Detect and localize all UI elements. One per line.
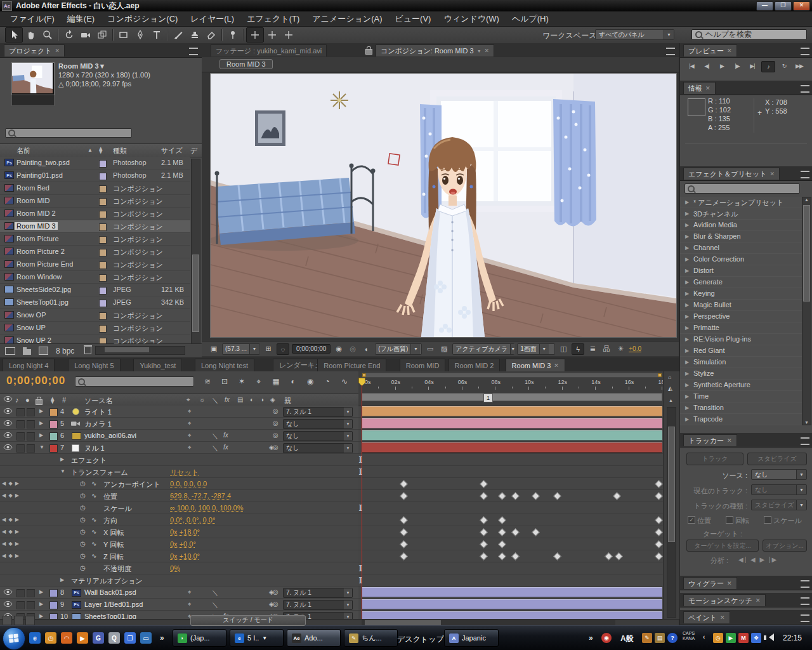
track-row[interactable] [358,430,663,442]
property-row[interactable]: ◀ ◆ ▶◷∿X 回転0x +18.0° [0,526,358,538]
quicklaunch-firefox-icon[interactable]: ◠ [61,632,72,644]
layer-duration-bar[interactable] [362,599,662,609]
audio-switch[interactable] [16,444,25,453]
project-item-row[interactable]: Room Picture 2コンポジション [0,246,190,258]
effects-category-row[interactable]: ▶Red Giant [680,345,803,357]
project-item-name[interactable]: SheetsSide02.jpg [16,286,71,293]
project-item-name[interactable]: Painting01.psd [16,171,63,179]
track-row[interactable] [358,478,663,490]
layer-duration-bar[interactable] [362,406,662,416]
keyframe-diamond[interactable] [498,540,506,548]
resolution-dropdown[interactable]: (フル画質) ▼ [375,343,422,355]
keyframe-diamond[interactable] [655,492,663,500]
layer-label-chip[interactable] [49,420,58,428]
layer-duration-bar[interactable] [362,418,662,428]
stopwatch-icon[interactable]: ◷ [80,540,86,547]
tab-motion-sketch[interactable]: モーションスケッチ✕ [683,594,766,606]
quicklaunch-gom-player-icon[interactable]: G [93,632,104,644]
property-row[interactable]: ◷不透明度0% [0,562,358,574]
keyframe-diamond[interactable] [498,516,506,524]
menu-item-0[interactable]: ファイル(F) [4,11,61,27]
menu-item-1[interactable]: 編集(E) [61,11,101,27]
layer-duration-bar[interactable] [362,430,662,441]
loop-button[interactable]: ↻ [778,61,790,71]
track-row[interactable] [358,442,663,454]
effects-category-row[interactable]: ▶Color Correction [680,254,803,265]
stopwatch-icon[interactable]: ◷ [80,504,86,511]
group-expander-icon[interactable]: ▶ [60,456,64,462]
task-button-japanic[interactable]: A Japanic [444,629,499,647]
keyframe-diamond[interactable] [511,528,520,536]
rotation-checkbox[interactable] [726,516,733,524]
effects-category-row[interactable]: ▶RE:Vision Plug-ins [680,334,803,345]
keyframe-diamond[interactable] [553,492,561,500]
label-color-chip[interactable] [99,300,107,307]
zoom-tool[interactable] [39,28,56,42]
panel-menu-icon[interactable] [801,48,809,55]
stopwatch-icon[interactable]: ◷ [80,564,86,571]
project-item-row[interactable]: Snow OPコンポジション [0,309,190,322]
pixel-aspect-correction-icon[interactable]: ◫ [558,344,569,354]
grid-guides-icon[interactable]: ⊞ [263,344,274,354]
project-list-header[interactable]: 名前 ▲ ⧫ 種類 サイズ デュ [0,143,202,157]
keyframe-diamond[interactable] [400,540,408,548]
switch-slash-icon[interactable]: ＼ [212,588,218,597]
show-snapshot-icon[interactable]: ◎ [347,344,358,354]
project-item-name[interactable]: Room Window [16,273,62,281]
layer-expander-icon[interactable]: ▶ [39,420,43,426]
layer-duration-bar[interactable] [362,442,662,453]
flowchart-icon[interactable]: 品 [601,344,612,354]
tab-info[interactable]: 情報✕ [683,82,716,94]
desktop-toolbar-label[interactable]: デスクトップ [397,634,444,645]
comp-mini-flowchart-icon[interactable]: ≋ [200,375,214,387]
property-row[interactable]: ◷スケール∞ 100.0, 100.0, 100.0% [0,502,358,514]
switch-fx-icon[interactable]: fx [223,444,228,451]
label-color-chip[interactable] [99,312,107,320]
view-axis-mode[interactable] [280,28,297,42]
source-dropdown[interactable]: なし ▼ [751,469,807,480]
visibility-eye-icon[interactable] [3,588,13,597]
label-color-chip[interactable] [99,223,107,231]
graph-editor-icon[interactable]: ∿ [337,375,351,387]
project-item-row[interactable]: SheetsTop01.jpgJPEG342 KB [0,296,190,309]
keyframe-diamond[interactable] [532,528,540,536]
quicklaunch-media-player-icon[interactable]: ▶ [77,632,88,644]
volume-icon[interactable] [764,635,766,640]
track-row[interactable] [358,514,663,526]
visibility-eye-icon[interactable] [3,444,13,453]
stopwatch-icon[interactable]: ◷ [80,552,86,559]
layer-source-name[interactable]: Layer 1/Bed01.psd [84,600,143,608]
new-composition-icon[interactable] [39,347,48,355]
track-row[interactable]: ][ [358,574,663,587]
chevron-more-icon[interactable]: » [160,633,164,642]
close-icon[interactable]: ✕ [756,597,761,604]
keyframe-diamond[interactable] [400,528,408,536]
time-navigator-bar[interactable] [362,373,662,378]
parent-pickwhip-icon[interactable]: ◎ [273,444,278,451]
parent-pickwhip-icon[interactable]: ◎ [273,588,278,595]
switch-shy-icon[interactable]: ⌖ [188,432,192,439]
switch-shy-icon[interactable]: ⌖ [188,420,192,427]
keyframe-navigator[interactable]: ◀ ◆ ▶ [2,529,20,534]
property-row[interactable]: ◀ ◆ ▶◷∿Y 回転0x +0.0° [0,538,358,550]
region-of-interest-icon[interactable]: ▭ [424,344,436,354]
brainstorm-icon[interactable]: ◉ [303,375,317,387]
tab-effects-presets[interactable]: エフェクト＆プリセット✕ [683,168,780,180]
property-value[interactable]: 0% [170,564,180,572]
camera-tool[interactable] [77,28,94,42]
parent-column-label[interactable]: 親 [284,396,291,406]
expand-layer-switches-icon[interactable] [3,616,12,625]
parent-pickwhip-icon[interactable]: ◎ [273,432,278,439]
keyframe-navigator[interactable]: ◀ ◆ ▶ [2,493,20,498]
tab-footage[interactable]: フッテージ : yukiho_kami_mid.avi [211,44,327,56]
timeline-tab-long-night-5[interactable]: Long Night 5 [68,359,120,371]
switch-slash-icon[interactable]: ＼ [212,432,218,441]
effects-category-row[interactable]: ▶Trapcode [680,414,803,425]
layer-label-chip[interactable] [49,589,58,597]
track-row[interactable] [358,490,663,502]
project-item-name[interactable]: Snow UP [16,324,46,331]
close-icon[interactable]: ✕ [727,580,732,587]
audio-toggle-button[interactable]: ♪ [761,61,775,72]
local-axis-mode[interactable] [246,27,264,43]
track-row[interactable]: ][ [358,562,663,574]
